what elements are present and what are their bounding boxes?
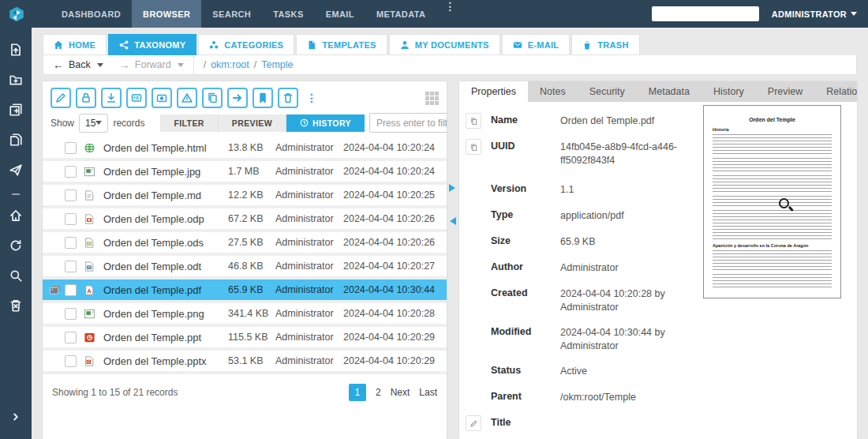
table-row[interactable]: Orden del Temple.jpg 1.7 MB Administrato…: [43, 161, 447, 185]
file-size: 115.5 KB: [228, 332, 275, 343]
edit-title-button[interactable]: [466, 415, 481, 431]
add-documents-button[interactable]: [8, 102, 24, 118]
row-checkbox[interactable]: [65, 213, 77, 225]
table-row[interactable]: Orden del Temple.pptx 53.1 KB Administra…: [43, 351, 447, 374]
table-row[interactable]: Orden del Temple.ods 27.5 KB Administrat…: [43, 232, 447, 256]
file-name[interactable]: Orden del Temple.md: [103, 189, 228, 201]
copy-button[interactable]: [202, 88, 223, 108]
file-size: 13.8 KB: [228, 142, 275, 153]
table-row[interactable]: Orden del Temple.odt 46.8 KB Administrat…: [43, 256, 447, 280]
tab-taxonomy[interactable]: TAXONOMY: [108, 34, 196, 55]
tab-notes[interactable]: Notes: [528, 81, 578, 102]
preview-button[interactable]: PREVIEW: [219, 114, 286, 132]
page-2-button[interactable]: 2: [376, 387, 381, 398]
table-row[interactable]: Orden del Temple.md 12.2 KB Administrato…: [43, 185, 447, 208]
send-document-button[interactable]: [8, 162, 24, 178]
nav-tasks[interactable]: TASKS: [262, 0, 314, 28]
tab-preview[interactable]: Preview: [756, 81, 814, 102]
tab-templates[interactable]: TEMPLATES: [296, 34, 387, 55]
document-preview-thumbnail[interactable]: Orden del Temple Historia Aparición y de…: [703, 105, 841, 298]
table-row-selected[interactable]: Orden del Temple.pdf 65.9 KB Administrat…: [43, 280, 447, 303]
grid-view-icon[interactable]: [425, 92, 439, 105]
row-checkbox[interactable]: [65, 189, 77, 201]
tab-properties[interactable]: Properties: [459, 81, 528, 102]
row-checkbox[interactable]: [65, 142, 77, 154]
copy-uuid-button[interactable]: [466, 139, 481, 155]
file-icon-odp: [84, 213, 97, 225]
file-name[interactable]: Orden del Temple.odp: [103, 213, 228, 225]
last-page-button[interactable]: Last: [419, 387, 437, 398]
page-1-button[interactable]: 1: [349, 384, 366, 401]
file-name[interactable]: Orden del Temple.ods: [103, 237, 228, 249]
history-button[interactable]: HISTORY: [286, 114, 365, 132]
global-search-input[interactable]: [652, 6, 759, 21]
move-button[interactable]: [227, 88, 248, 108]
top-navbar: DASHBOARD BROWSER SEARCH TASKS EMAIL MET…: [0, 0, 868, 28]
lock-button[interactable]: [76, 88, 96, 108]
back-button[interactable]: ← Back: [53, 58, 91, 71]
nav-metadata[interactable]: METADATA: [365, 0, 436, 28]
tab-categories[interactable]: CATEGORIES: [198, 34, 294, 55]
table-row[interactable]: Orden del Temple.odp 67.2 KB Administrat…: [43, 208, 447, 232]
row-checkbox[interactable]: [65, 261, 77, 272]
tab-home[interactable]: HOME: [43, 34, 107, 55]
nav-search[interactable]: SEARCH: [201, 0, 262, 28]
collapse-left-icon[interactable]: [450, 217, 456, 225]
row-checkbox[interactable]: [65, 308, 77, 320]
file-name[interactable]: Orden del Temple.jpg: [103, 166, 228, 178]
nav-dashboard[interactable]: DASHBOARD: [51, 0, 132, 28]
tab-security[interactable]: Security: [578, 81, 637, 102]
delete-button[interactable]: [278, 88, 298, 108]
back-history-caret[interactable]: [97, 63, 103, 67]
download-pdf-button[interactable]: [126, 88, 147, 108]
tab-trash[interactable]: TRASH: [571, 34, 639, 55]
expand-right-icon[interactable]: [449, 184, 455, 192]
file-name[interactable]: Orden del Temple.png: [103, 308, 228, 320]
table-row[interactable]: Orden del Temple.png 341.4 KB Administra…: [43, 303, 447, 327]
table-row[interactable]: Orden del Temple.ppt 115.5 KB Administra…: [43, 327, 447, 351]
forward-button[interactable]: → Forward: [119, 58, 171, 71]
copy-document-button[interactable]: [8, 132, 24, 148]
expand-rail-button[interactable]: [8, 409, 24, 425]
toolbar-more-icon[interactable]: ⋮: [303, 92, 320, 104]
alert-button[interactable]: [177, 88, 197, 108]
forward-history-caret[interactable]: [178, 63, 184, 67]
upload-document-button[interactable]: [8, 42, 24, 58]
tab-metadata[interactable]: Metadata: [637, 81, 702, 102]
edit-button[interactable]: [51, 88, 71, 108]
tab-my-documents[interactable]: MY DOCUMENTS: [389, 34, 500, 55]
nav-more-icon[interactable]: ⋮: [436, 0, 463, 28]
row-checkbox[interactable]: [65, 332, 77, 343]
download-button[interactable]: [101, 88, 122, 108]
user-menu[interactable]: ADMINISTRATOR: [772, 9, 857, 19]
breadcrumb-current[interactable]: Temple: [261, 59, 293, 70]
tab-history[interactable]: History: [702, 81, 756, 102]
row-checkbox[interactable]: [65, 355, 77, 367]
refresh-button[interactable]: [8, 238, 24, 253]
file-name[interactable]: Orden del Temple.ppt: [103, 332, 228, 343]
file-name[interactable]: Orden del Temple.pdf: [103, 284, 228, 296]
row-checkbox[interactable]: [65, 284, 77, 296]
copy-name-button[interactable]: [466, 113, 481, 129]
file-name[interactable]: Orden del Temple.html: [103, 142, 228, 154]
capture-button[interactable]: [152, 88, 172, 108]
nav-browser[interactable]: BROWSER: [132, 0, 201, 28]
row-checkbox[interactable]: [65, 166, 77, 178]
breadcrumb-root[interactable]: okm:root: [211, 59, 249, 70]
tab-relations[interactable]: Relations: [814, 81, 857, 102]
find-button[interactable]: [8, 268, 24, 283]
nav-email[interactable]: EMAIL: [315, 0, 365, 28]
file-name[interactable]: Orden del Temple.odt: [103, 261, 228, 272]
tab-email[interactable]: E-MAIL: [502, 34, 571, 55]
new-folder-button[interactable]: [8, 72, 24, 88]
filter-input[interactable]: [369, 113, 447, 133]
row-checkbox[interactable]: [65, 237, 77, 249]
filter-button[interactable]: FILTER: [160, 114, 218, 132]
page-size-select[interactable]: 15: [79, 114, 108, 133]
go-home-button[interactable]: [8, 208, 24, 223]
purge-trash-button[interactable]: [8, 298, 24, 313]
bookmark-button[interactable]: [253, 88, 273, 108]
next-page-button[interactable]: Next: [391, 387, 410, 398]
table-row[interactable]: Orden del Temple.html 13.8 KB Administra…: [43, 137, 447, 161]
file-name[interactable]: Orden del Temple.pptx: [103, 355, 228, 367]
